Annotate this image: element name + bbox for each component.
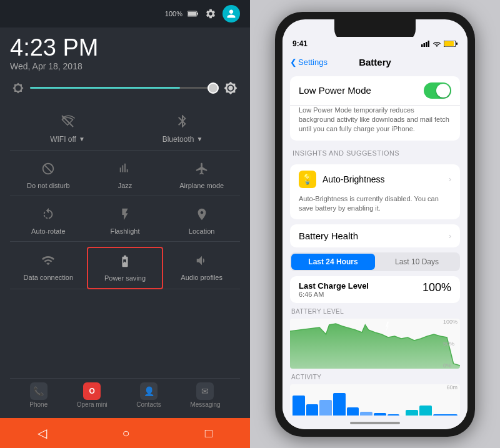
tile-bluetooth[interactable]: Bluetooth ▼ (125, 107, 240, 151)
back-to-settings[interactable]: ❮ Settings (290, 57, 328, 67)
chevron-right-icon: › (449, 175, 451, 184)
android-status-bar: 100% (0, 0, 250, 27)
tab-10days[interactable]: Last 10 Days (375, 254, 459, 270)
autorotate-label: Auto-rotate (31, 227, 65, 235)
power-saving-icon (118, 254, 132, 272)
bluetooth-icon (175, 114, 190, 132)
charge-level-value: 100% (422, 281, 451, 294)
act-bar-2 (306, 404, 319, 416)
home-indicator-bar (282, 417, 468, 429)
tile-location[interactable]: Location (163, 201, 240, 242)
android-nav-bar: ◁ ○ □ (0, 418, 250, 448)
tile-flashlight[interactable]: Flashlight (87, 201, 164, 242)
audio-profiles-label: Audio profiles (181, 274, 222, 281)
svg-rect-5 (424, 43, 426, 47)
charge-level-time: 6:46 AM (299, 291, 369, 298)
auto-brightness-title: Auto-Brightness (322, 174, 442, 184)
app-shortcuts: 📞 Phone O Opera mini 👤 Contacts ✉ Messag… (10, 378, 240, 411)
android-time: 4:23 PM (10, 35, 240, 61)
svg-rect-10 (456, 42, 458, 45)
brightness-insight-icon: 💡 (299, 171, 316, 188)
airplane-label: Airplane mode (179, 182, 224, 189)
tile-audio-profiles[interactable]: Audio profiles (163, 247, 240, 289)
ios-panel: 9:41 (250, 0, 500, 448)
android-date: Wed, Apr 18, 2018 (10, 61, 240, 71)
ios-battery-icon (444, 41, 458, 47)
act-bar-4 (333, 393, 346, 416)
android-main: 4:23 PM Wed, Apr 18, 2018 (0, 27, 250, 418)
battery-area-svg (290, 319, 460, 369)
ios-status-bar: 9:41 (282, 37, 468, 51)
low-power-label: Low Power Mode (299, 85, 371, 96)
act-bar-3 (319, 400, 332, 416)
tile-data-connection[interactable]: Data connection (10, 247, 87, 289)
low-power-toggle[interactable] (424, 82, 451, 99)
act-bar-9 (406, 410, 418, 416)
signal-bars-icon (421, 41, 430, 47)
time-period-tabs: Last 24 Hours Last 10 Days (290, 252, 460, 271)
charge-level-card: Last Charge Level 6:46 AM 100% (290, 276, 460, 303)
act-bar-10 (419, 406, 432, 416)
shortcut-opera[interactable]: O Opera mini (77, 382, 108, 408)
tile-power-saving[interactable]: Power saving (87, 247, 164, 289)
shortcut-contacts[interactable]: 👤 Contacts (136, 382, 161, 408)
data-icon (41, 254, 55, 271)
auto-brightness-row[interactable]: 💡 Auto-Brightness › (290, 164, 460, 194)
svg-rect-6 (426, 42, 428, 47)
ios-time: 9:41 (292, 39, 308, 48)
home-indicator[interactable] (350, 422, 400, 424)
tab-24hours[interactable]: Last 24 Hours (291, 254, 375, 270)
svg-marker-12 (386, 322, 389, 332)
iphone-screen: 9:41 (282, 19, 468, 429)
back-button[interactable]: ◁ (32, 421, 52, 446)
wifi-icon (432, 41, 441, 47)
location-icon (195, 207, 209, 225)
svg-rect-4 (421, 44, 423, 47)
phone-icon: 📞 (30, 382, 48, 400)
tile-wifi[interactable]: WIFI off ▼ (10, 107, 125, 151)
tile-autorotate[interactable]: Auto-rotate (10, 201, 87, 242)
brightness-row (10, 81, 240, 95)
ios-nav-bar: ❮ Settings Battery (282, 53, 468, 71)
wifi-off-icon (60, 114, 75, 132)
tile-jazz[interactable]: Jazz (87, 156, 164, 196)
svg-rect-9 (444, 41, 454, 46)
flashlight-icon (118, 207, 132, 225)
act-bar-5 (347, 407, 359, 416)
battery-level-label: BATTERY LEVEL (282, 306, 468, 316)
home-button[interactable]: ○ (117, 421, 134, 446)
dnd-label: Do not disturb (27, 182, 69, 189)
ios-status-icons (421, 41, 458, 47)
act-bar-1 (292, 396, 305, 416)
act-bar-6 (360, 412, 372, 416)
gear-icon[interactable] (204, 7, 218, 21)
rotate-icon (41, 207, 55, 225)
power-saving-label: Power saving (104, 274, 146, 282)
audio-icon (195, 254, 209, 271)
activity-label: ACTIVITY (282, 371, 468, 382)
flashlight-label: Flashlight (110, 227, 139, 235)
tile-airplane[interactable]: Airplane mode (163, 156, 240, 196)
shortcut-messaging[interactable]: ✉ Messaging (190, 382, 220, 408)
android-panel: 100% 4:23 PM Wed, Apr 18, 20 (0, 0, 250, 448)
auto-brightness-section: 💡 Auto-Brightness › Auto-Brightness is c… (290, 164, 460, 220)
avatar-icon[interactable] (222, 5, 240, 22)
wifi-label: WIFI off ▼ (50, 135, 85, 144)
bluetooth-label: Bluetooth ▼ (162, 135, 203, 144)
tile-dnd[interactable]: Do not disturb (10, 156, 87, 196)
battery-level-chart: 100% 50% 0% (290, 319, 460, 369)
battery-health-label: Battery Health (299, 231, 358, 241)
battery-health-row[interactable]: Battery Health › (290, 224, 460, 247)
location-label: Location (189, 227, 215, 235)
brightness-slider[interactable] (30, 87, 218, 89)
quick-tiles-row2: Do not disturb Jazz Airplane mode (10, 156, 240, 196)
recent-button[interactable]: □ (200, 421, 218, 446)
battery-health-section: Battery Health › (290, 224, 460, 247)
insights-header: INSIGHTS AND SUGGESTIONS (282, 146, 468, 159)
svg-rect-2 (197, 13, 198, 15)
shortcut-phone[interactable]: 📞 Phone (29, 382, 48, 408)
act-bar-7 (374, 413, 386, 416)
quick-tiles-row3: Auto-rotate Flashlight Location (10, 201, 240, 242)
battery-y-labels: 100% 50% 0% (443, 319, 458, 369)
android-datetime: 4:23 PM Wed, Apr 18, 2018 (10, 35, 240, 71)
